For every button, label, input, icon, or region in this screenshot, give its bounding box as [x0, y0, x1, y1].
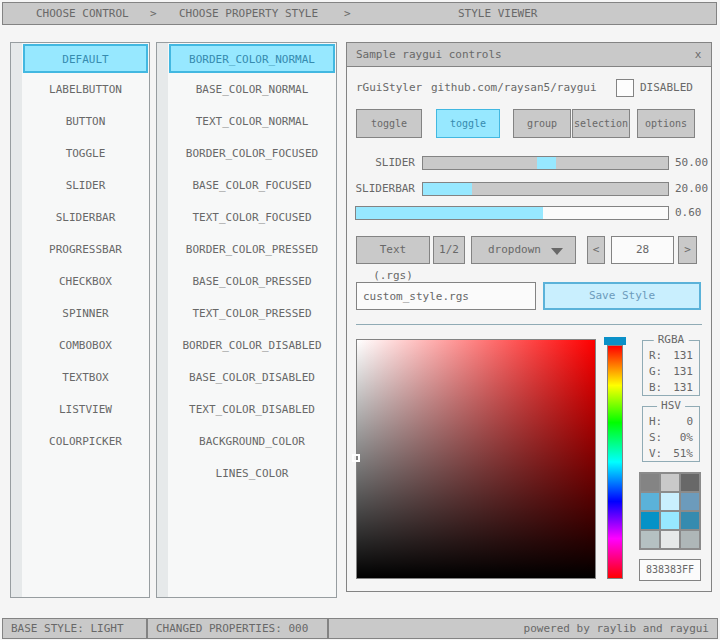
- control-item-toggle[interactable]: TOGGLE: [23, 140, 148, 169]
- disabled-checkbox[interactable]: [616, 79, 634, 97]
- control-item-colorpicker[interactable]: COLORPICKER: [23, 428, 148, 457]
- hue-bar[interactable]: [607, 345, 623, 579]
- palette-swatch[interactable]: [681, 512, 699, 529]
- rgba-title: RGBA: [654, 333, 689, 347]
- h-value: 0: [686, 414, 693, 430]
- property-item-base-color-disabled[interactable]: BASE_COLOR_DISABLED: [169, 364, 335, 393]
- half-button[interactable]: 1/2: [433, 236, 465, 264]
- status-changed-properties: CHANGED PROPERTIES: 000: [147, 618, 328, 639]
- toggle-group-selection[interactable]: selection: [572, 109, 630, 138]
- rgba-row-b: B: 131: [643, 380, 699, 396]
- spinner-decrement-button[interactable]: <: [587, 236, 605, 264]
- rgba-row-g: G: 131: [643, 364, 699, 380]
- window-titlebar[interactable]: Sample raygui controls x: [347, 43, 711, 67]
- chevron-icon: >: [150, 3, 157, 24]
- v-value: 51%: [673, 446, 693, 462]
- color-cursor[interactable]: [352, 454, 360, 462]
- v-label: V:: [649, 446, 662, 462]
- toggle-group-options[interactable]: options: [637, 109, 695, 138]
- property-item-lines-color[interactable]: LINES_COLOR: [169, 460, 335, 489]
- progress-value: 0.60: [675, 206, 702, 220]
- hsv-group-box: HSV H: 0 S: 0% V: 51%: [642, 406, 700, 462]
- dropdown-select[interactable]: dropdown: [471, 236, 576, 264]
- hsv-row-s: S: 0%: [643, 430, 699, 446]
- palette-swatch[interactable]: [641, 512, 659, 529]
- control-item-spinner[interactable]: SPINNER: [23, 300, 148, 329]
- sliderbar-value: 20.00: [675, 182, 708, 196]
- properties-list-panel: BORDER_COLOR_NORMAL BASE_COLOR_NORMAL TE…: [156, 42, 337, 598]
- breadcrumb-choose-property-style: CHOOSE PROPERTY STYLE: [179, 3, 318, 24]
- r-value: 131: [673, 348, 693, 364]
- toggle-button-1[interactable]: toggle: [356, 109, 422, 138]
- toggle-button-2-active[interactable]: toggle: [436, 109, 500, 138]
- breadcrumb-bar: CHOOSE CONTROL > CHOOSE PROPERTY STYLE >…: [2, 2, 717, 25]
- palette-swatch[interactable]: [641, 531, 659, 548]
- palette-swatch[interactable]: [661, 493, 679, 510]
- control-item-textbox[interactable]: TEXTBOX: [23, 364, 148, 393]
- property-item-base-color-focused[interactable]: BASE_COLOR_FOCUSED: [169, 172, 335, 201]
- control-item-default[interactable]: DEFAULT: [23, 44, 148, 73]
- property-item-base-color-pressed[interactable]: BASE_COLOR_PRESSED: [169, 268, 335, 297]
- app-name-label: rGuiStyler: [356, 77, 422, 99]
- properties-list-scrollbar[interactable]: [157, 43, 168, 597]
- text-rgs-button[interactable]: Text (.rgs): [356, 236, 430, 264]
- style-filename-input[interactable]: [356, 282, 536, 310]
- property-item-text-color-normal[interactable]: TEXT_COLOR_NORMAL: [169, 108, 335, 137]
- b-label: B:: [649, 380, 662, 396]
- chevron-down-icon: [551, 248, 563, 255]
- palette-swatch[interactable]: [661, 474, 679, 491]
- control-item-labelbutton[interactable]: LABELBUTTON: [23, 76, 148, 105]
- property-item-border-color-normal[interactable]: BORDER_COLOR_NORMAL: [169, 44, 335, 73]
- palette-swatch[interactable]: [681, 531, 699, 548]
- b-value: 131: [673, 380, 693, 396]
- status-powered-by: powered by raylib and raygui: [328, 618, 718, 639]
- controls-list-panel: DEFAULT LABELBUTTON BUTTON TOGGLE SLIDER…: [10, 42, 150, 598]
- slider-label: SLIDER: [347, 156, 415, 170]
- property-item-border-color-disabled[interactable]: BORDER_COLOR_DISABLED: [169, 332, 335, 361]
- control-item-progressbar[interactable]: PROGRESSBAR: [23, 236, 148, 265]
- sliderbar-track[interactable]: [422, 182, 669, 196]
- slider-handle[interactable]: [537, 157, 556, 169]
- controls-list-scrollbar[interactable]: [11, 43, 22, 597]
- hsv-row-h: H: 0: [643, 414, 699, 430]
- palette-swatch[interactable]: [681, 474, 699, 491]
- save-style-button[interactable]: Save Style: [543, 282, 701, 310]
- property-item-text-color-disabled[interactable]: TEXT_COLOR_DISABLED: [169, 396, 335, 425]
- property-item-base-color-normal[interactable]: BASE_COLOR_NORMAL: [169, 76, 335, 105]
- palette-swatch[interactable]: [641, 493, 659, 510]
- close-icon[interactable]: x: [689, 43, 707, 66]
- progress-bar: [355, 206, 669, 220]
- h-label: H:: [649, 414, 662, 430]
- rgba-row-r: R: 131: [643, 348, 699, 364]
- property-item-border-color-focused[interactable]: BORDER_COLOR_FOCUSED: [169, 140, 335, 169]
- control-item-checkbox[interactable]: CHECKBOX: [23, 268, 148, 297]
- slider-track[interactable]: [422, 156, 669, 170]
- status-base-style: BASE STYLE: LIGHT: [2, 618, 147, 639]
- hex-color-value-box[interactable]: 838383FF: [639, 559, 701, 581]
- spinner-value-box[interactable]: 28: [611, 236, 674, 264]
- s-value: 0%: [680, 430, 693, 446]
- sliderbar-label: SLIDERBAR: [347, 182, 415, 196]
- color-gradient-picker[interactable]: [356, 339, 596, 579]
- control-item-slider[interactable]: SLIDER: [23, 172, 148, 201]
- property-item-background-color[interactable]: BACKGROUND_COLOR: [169, 428, 335, 457]
- control-item-sliderbar[interactable]: SLIDERBAR: [23, 204, 148, 233]
- hsv-title: HSV: [657, 399, 685, 413]
- toggle-group-group[interactable]: group: [513, 109, 571, 138]
- control-item-button[interactable]: BUTTON: [23, 108, 148, 137]
- hue-selector-handle[interactable]: [604, 337, 626, 345]
- property-item-text-color-focused[interactable]: TEXT_COLOR_FOCUSED: [169, 204, 335, 233]
- palette-swatch[interactable]: [661, 512, 679, 529]
- r-label: R:: [649, 348, 662, 364]
- repo-link[interactable]: github.com/raysan5/raygui: [431, 77, 597, 99]
- palette-swatch[interactable]: [661, 531, 679, 548]
- control-item-combobox[interactable]: COMBOBOX: [23, 332, 148, 361]
- spinner-increment-button[interactable]: >: [678, 236, 697, 264]
- palette-swatch[interactable]: [641, 474, 659, 491]
- property-item-text-color-pressed[interactable]: TEXT_COLOR_PRESSED: [169, 300, 335, 329]
- breadcrumb-choose-control: CHOOSE CONTROL: [36, 3, 129, 24]
- g-label: G:: [649, 364, 662, 380]
- palette-swatch[interactable]: [681, 493, 699, 510]
- control-item-listview[interactable]: LISTVIEW: [23, 396, 148, 425]
- property-item-border-color-pressed[interactable]: BORDER_COLOR_PRESSED: [169, 236, 335, 265]
